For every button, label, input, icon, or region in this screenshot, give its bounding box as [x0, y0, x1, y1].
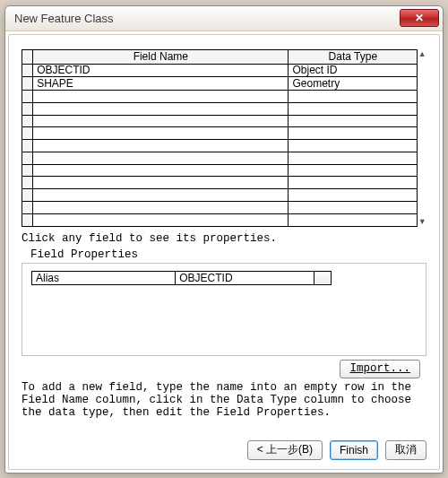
cancel-button[interactable]: 取消: [385, 440, 426, 460]
back-button[interactable]: < 上一步(B): [247, 440, 323, 460]
table-row[interactable]: [22, 102, 418, 115]
data-type-cell[interactable]: [289, 201, 418, 213]
finish-button[interactable]: Finish: [330, 440, 378, 460]
wizard-footer: < 上一步(B) Finish 取消: [22, 435, 426, 460]
row-header-blank: [22, 49, 33, 64]
table-row[interactable]: SHAPEGeometry: [22, 77, 418, 91]
window-title: New Feature Class: [14, 12, 400, 25]
fields-grid-body: OBJECTIDObject IDSHAPEGeometry: [22, 64, 418, 226]
data-type-cell[interactable]: [289, 164, 418, 177]
field-properties-grid[interactable]: AliasOBJECTID: [31, 271, 332, 285]
table-row[interactable]: [22, 164, 418, 177]
field-name-cell[interactable]: [33, 189, 289, 202]
field-name-cell[interactable]: [33, 127, 289, 140]
row-selector[interactable]: [22, 102, 33, 115]
field-name-cell[interactable]: [33, 140, 289, 152]
property-row[interactable]: AliasOBJECTID: [32, 271, 332, 284]
property-value[interactable]: OBJECTID: [176, 271, 314, 284]
field-properties-box: AliasOBJECTID Import...: [22, 263, 426, 356]
data-type-cell[interactable]: [289, 115, 418, 127]
field-properties-label: Field Properties: [30, 248, 426, 261]
fields-grid[interactable]: Field Name Data Type OBJECTIDObject IDSH…: [22, 49, 418, 227]
row-selector[interactable]: [22, 164, 33, 177]
table-row[interactable]: OBJECTIDObject ID: [22, 64, 418, 77]
table-row[interactable]: [22, 140, 418, 152]
field-name-cell[interactable]: [33, 213, 289, 226]
row-selector[interactable]: [22, 152, 33, 164]
table-row[interactable]: [22, 177, 418, 189]
field-properties-body: AliasOBJECTID: [32, 271, 332, 284]
field-name-cell[interactable]: [33, 177, 289, 189]
row-selector[interactable]: [22, 213, 33, 226]
row-selector[interactable]: [22, 91, 33, 103]
scroll-up-icon[interactable]: ▲: [418, 50, 426, 58]
table-row[interactable]: [22, 127, 418, 140]
import-button[interactable]: Import...: [340, 360, 420, 378]
data-type-cell[interactable]: [289, 189, 418, 202]
properties-hint: Click any field to see its properties.: [22, 232, 426, 245]
row-selector[interactable]: [22, 115, 33, 127]
table-row[interactable]: [22, 152, 418, 164]
row-selector[interactable]: [22, 189, 33, 202]
row-selector[interactable]: [22, 127, 33, 140]
client-area: Field Name Data Type OBJECTIDObject IDSH…: [8, 34, 440, 470]
data-type-cell[interactable]: [289, 102, 418, 115]
table-row[interactable]: [22, 201, 418, 213]
row-selector[interactable]: [22, 77, 33, 91]
data-type-cell[interactable]: [289, 152, 418, 164]
scroll-down-icon[interactable]: ▼: [418, 218, 426, 226]
field-name-cell[interactable]: OBJECTID: [33, 64, 289, 77]
col-header-data-type[interactable]: Data Type: [289, 49, 418, 64]
row-selector[interactable]: [22, 201, 33, 213]
data-type-cell[interactable]: [289, 177, 418, 189]
field-name-cell[interactable]: [33, 102, 289, 115]
close-button[interactable]: ✕: [400, 9, 439, 27]
property-extra-cell[interactable]: [314, 271, 332, 284]
instructions-text: To add a new field, type the name into a…: [22, 381, 426, 420]
row-selector[interactable]: [22, 140, 33, 152]
field-name-cell[interactable]: [33, 201, 289, 213]
col-header-field-name[interactable]: Field Name: [33, 49, 289, 64]
dialog-window: New Feature Class ✕ Field Name Data Type…: [4, 5, 444, 474]
data-type-cell[interactable]: Geometry: [289, 77, 418, 91]
data-type-cell[interactable]: [289, 213, 418, 226]
field-name-cell[interactable]: [33, 152, 289, 164]
table-row[interactable]: [22, 189, 418, 202]
table-row[interactable]: [22, 115, 418, 127]
data-type-cell[interactable]: [289, 127, 418, 140]
data-type-cell[interactable]: [289, 91, 418, 103]
field-name-cell[interactable]: [33, 91, 289, 103]
grid-scrollbar[interactable]: ▲ ▼: [418, 49, 426, 227]
table-row[interactable]: [22, 91, 418, 103]
field-name-cell[interactable]: SHAPE: [33, 77, 289, 91]
table-row[interactable]: [22, 213, 418, 226]
row-selector[interactable]: [22, 177, 33, 189]
titlebar: New Feature Class ✕: [5, 6, 443, 31]
row-selector[interactable]: [22, 64, 33, 77]
property-key: Alias: [32, 271, 176, 284]
fields-grid-wrap: Field Name Data Type OBJECTIDObject IDSH…: [22, 49, 426, 227]
field-name-cell[interactable]: [33, 115, 289, 127]
field-name-cell[interactable]: [33, 164, 289, 177]
data-type-cell[interactable]: Object ID: [289, 64, 418, 77]
close-icon: ✕: [415, 13, 424, 23]
data-type-cell[interactable]: [289, 140, 418, 152]
